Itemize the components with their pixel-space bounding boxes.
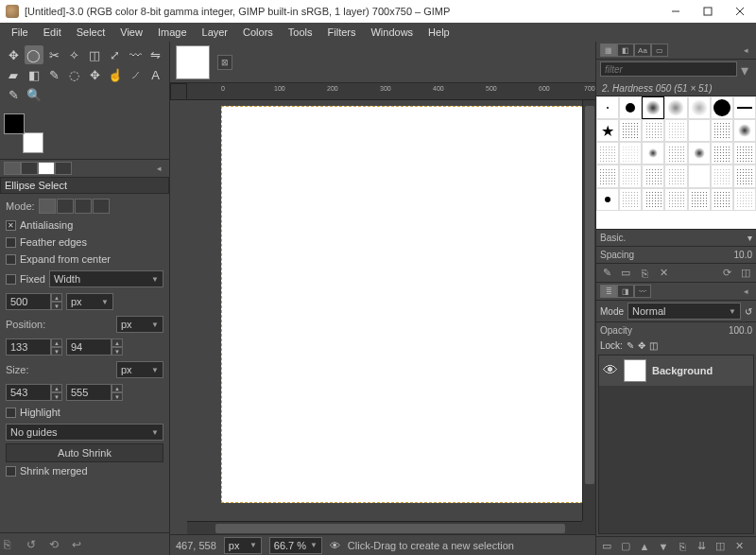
undo-history-tab[interactable] bbox=[38, 162, 55, 175]
guides-combo[interactable]: No guides▼ bbox=[6, 424, 163, 441]
channels-tab[interactable]: ◨ bbox=[617, 285, 634, 298]
new-brush-icon[interactable]: ▭ bbox=[619, 267, 632, 280]
brush-item[interactable] bbox=[733, 119, 756, 142]
menu-filters[interactable]: Filters bbox=[320, 25, 364, 40]
text-tool-icon[interactable]: A bbox=[146, 65, 165, 84]
menu-layer[interactable]: Layer bbox=[195, 25, 236, 40]
spin-up-icon[interactable]: ▲ bbox=[51, 293, 62, 302]
maximize-button[interactable] bbox=[692, 0, 724, 23]
warp-tool-icon[interactable]: 〰 bbox=[126, 45, 145, 64]
brush-item[interactable] bbox=[711, 96, 733, 119]
brush-item[interactable] bbox=[664, 96, 687, 119]
dock-menu-icon[interactable]: ◂ bbox=[739, 285, 752, 298]
zoom-combo[interactable]: 66.7 %▼ bbox=[269, 537, 322, 554]
brush-item[interactable] bbox=[596, 165, 619, 187]
brush-item[interactable] bbox=[642, 142, 664, 165]
paths-tab[interactable]: 〰 bbox=[634, 285, 651, 298]
brush-item[interactable] bbox=[642, 165, 664, 187]
brush-item[interactable] bbox=[642, 119, 664, 142]
dock-menu-icon[interactable]: ◂ bbox=[152, 162, 165, 175]
gradient-tool-icon[interactable]: ◧ bbox=[25, 65, 43, 84]
vertical-scrollbar[interactable] bbox=[582, 100, 595, 521]
move-tool-icon[interactable]: ✥ bbox=[4, 45, 23, 64]
feather-checkbox[interactable] bbox=[6, 237, 16, 248]
brush-item[interactable] bbox=[688, 165, 711, 187]
brush-item[interactable] bbox=[733, 165, 756, 187]
mode-add-button[interactable] bbox=[57, 199, 74, 214]
brushes-tab[interactable]: ▦ bbox=[600, 43, 617, 57]
layer-row[interactable]: 👁 Background bbox=[599, 356, 753, 386]
delete-layer-icon[interactable]: ✕ bbox=[732, 540, 746, 553]
brush-item[interactable] bbox=[596, 188, 619, 211]
brush-item[interactable] bbox=[596, 96, 619, 119]
device-status-tab[interactable] bbox=[21, 162, 38, 175]
reset-preset-icon[interactable]: ↩ bbox=[72, 538, 85, 551]
brush-item[interactable] bbox=[664, 165, 687, 187]
size-unit-combo[interactable]: px▼ bbox=[116, 361, 163, 378]
brush-item[interactable] bbox=[733, 142, 756, 165]
auto-shrink-button[interactable]: Auto Shrink bbox=[6, 443, 163, 462]
size-w-input[interactable] bbox=[6, 384, 51, 401]
restore-preset-icon[interactable]: ↺ bbox=[26, 538, 40, 551]
free-select-tool-icon[interactable]: ✂ bbox=[44, 45, 63, 64]
transform-tool-icon[interactable]: ⤢ bbox=[106, 45, 125, 64]
brush-item[interactable] bbox=[619, 188, 642, 211]
brush-item[interactable] bbox=[711, 165, 733, 187]
ruler-corner[interactable] bbox=[170, 83, 187, 100]
menu-help[interactable]: Help bbox=[421, 25, 457, 40]
horizontal-ruler[interactable]: 0 100 200 300 400 500 600 700 bbox=[187, 83, 595, 100]
menu-select[interactable]: Select bbox=[69, 25, 113, 40]
antialiasing-checkbox[interactable] bbox=[6, 220, 16, 231]
menu-image[interactable]: Image bbox=[150, 25, 195, 40]
history-tab[interactable]: ▭ bbox=[651, 43, 668, 57]
images-tab[interactable] bbox=[55, 162, 72, 175]
mode-replace-button[interactable] bbox=[39, 199, 56, 214]
fuzzy-select-tool-icon[interactable]: ✧ bbox=[65, 45, 84, 64]
new-layer-icon[interactable]: ▭ bbox=[600, 540, 613, 553]
flip-tool-icon[interactable]: ⇋ bbox=[146, 45, 165, 64]
close-button[interactable] bbox=[724, 0, 756, 23]
fixed-checkbox[interactable] bbox=[6, 274, 16, 285]
brush-grid[interactable]: ★ bbox=[596, 96, 756, 229]
close-document-icon[interactable]: ⊠ bbox=[217, 55, 232, 70]
spin-down-icon[interactable]: ▼ bbox=[51, 302, 62, 310]
layer-thumbnail[interactable] bbox=[624, 359, 646, 382]
fixed-unit-combo[interactable]: px▼ bbox=[66, 293, 113, 310]
layers-tab[interactable]: ≣ bbox=[600, 285, 617, 298]
brush-item[interactable] bbox=[688, 119, 711, 142]
layer-list[interactable]: 👁 Background bbox=[598, 355, 754, 534]
lock-position-icon[interactable]: ✥ bbox=[638, 340, 645, 351]
brush-filter-input[interactable] bbox=[600, 61, 737, 77]
tool-options-tab[interactable] bbox=[4, 162, 21, 175]
ellipse-select-tool-icon[interactable]: ◯ bbox=[25, 45, 43, 64]
paths-tool-icon[interactable]: ⟋ bbox=[126, 65, 145, 84]
lock-alpha-icon[interactable]: ◫ bbox=[649, 340, 658, 351]
brush-item[interactable] bbox=[711, 188, 733, 211]
fg-color-swatch[interactable] bbox=[4, 113, 25, 134]
brush-item[interactable] bbox=[619, 165, 642, 187]
brush-item[interactable] bbox=[688, 142, 711, 165]
delete-preset-icon[interactable]: ⟲ bbox=[49, 538, 62, 551]
duplicate-layer-icon[interactable]: ⎘ bbox=[676, 540, 689, 553]
brush-item[interactable] bbox=[688, 188, 711, 211]
spacing-value[interactable]: 10.0 bbox=[734, 250, 752, 260]
brush-preset-combo[interactable]: Basic. bbox=[600, 233, 626, 243]
size-h-input[interactable] bbox=[66, 384, 112, 401]
brush-item[interactable] bbox=[619, 119, 642, 142]
eraser-tool-icon[interactable]: ◌ bbox=[65, 65, 84, 84]
crop-tool-icon[interactable]: ◫ bbox=[85, 45, 104, 64]
expand-checkbox[interactable] bbox=[6, 254, 16, 265]
color-picker-tool-icon[interactable]: ✎ bbox=[4, 85, 23, 104]
canvas[interactable] bbox=[221, 106, 582, 503]
menu-colors[interactable]: Colors bbox=[235, 25, 281, 40]
highlight-checkbox[interactable] bbox=[6, 408, 16, 418]
raise-layer-icon[interactable]: ▲ bbox=[638, 540, 651, 553]
position-x-input[interactable] bbox=[6, 338, 51, 356]
document-thumbnail[interactable] bbox=[176, 45, 210, 79]
opacity-value[interactable]: 100.0 bbox=[729, 325, 752, 336]
mode-intersect-button[interactable] bbox=[93, 199, 110, 214]
delete-brush-icon[interactable]: ✕ bbox=[657, 267, 670, 280]
brush-item[interactable] bbox=[711, 142, 733, 165]
merge-layer-icon[interactable]: ⇊ bbox=[695, 540, 708, 553]
brush-item[interactable] bbox=[733, 188, 756, 211]
